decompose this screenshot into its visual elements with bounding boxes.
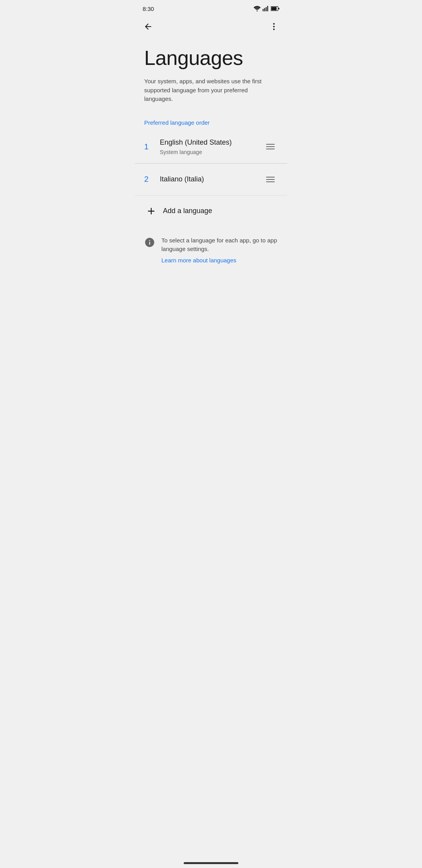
drag-line	[266, 144, 275, 145]
battery-icon	[271, 6, 279, 11]
language-item-2[interactable]: 2 Italiano (Italia)	[135, 164, 287, 195]
drag-line	[266, 181, 275, 182]
more-icon	[269, 22, 279, 31]
svg-rect-2	[264, 8, 265, 11]
add-language-button[interactable]: Add a language	[135, 195, 287, 227]
info-content: To select a language for each app, go to…	[161, 236, 278, 264]
back-icon	[143, 22, 153, 31]
language-list: 1 English (United States) System languag…	[135, 131, 287, 195]
status-time: 8:30	[143, 5, 154, 12]
info-icon	[144, 237, 155, 248]
add-language-label: Add a language	[158, 207, 212, 215]
language-name-2: Italiano (Italia)	[160, 175, 263, 183]
svg-point-8	[273, 23, 275, 25]
drag-line	[266, 146, 275, 147]
svg-rect-1	[263, 9, 263, 11]
page-header: Languages Your system, apps, and website…	[135, 38, 287, 110]
language-number-1: 1	[144, 142, 157, 151]
drag-line	[266, 149, 275, 149]
wifi-icon	[254, 6, 261, 11]
svg-point-0	[257, 11, 258, 12]
signal-icon	[263, 6, 269, 11]
language-number-2: 2	[144, 175, 157, 184]
svg-rect-4	[267, 6, 268, 11]
status-bar: 8:30	[135, 0, 287, 16]
svg-rect-6	[278, 8, 279, 9]
language-item-1[interactable]: 1 English (United States) System languag…	[135, 131, 287, 163]
svg-point-9	[273, 26, 275, 27]
more-options-button[interactable]	[265, 18, 283, 35]
info-text: To select a language for each app, go to…	[161, 237, 277, 253]
language-info-2: Italiano (Italia)	[157, 175, 263, 183]
drag-handle-1[interactable]	[263, 141, 278, 152]
section-label[interactable]: Preferred language order	[135, 110, 287, 131]
language-name-1: English (United States)	[160, 138, 263, 147]
status-icons	[254, 6, 279, 11]
language-subtitle-1: System language	[160, 149, 263, 155]
drag-line	[266, 179, 275, 180]
svg-rect-3	[266, 7, 266, 11]
drag-handle-2[interactable]	[263, 174, 278, 185]
info-section: To select a language for each app, go to…	[135, 227, 287, 271]
svg-rect-7	[271, 7, 277, 10]
drag-line	[266, 177, 275, 178]
top-bar	[135, 16, 287, 38]
page-title: Languages	[144, 47, 278, 69]
page-description: Your system, apps, and websites use the …	[144, 77, 278, 104]
language-info-1: English (United States) System language	[157, 138, 263, 155]
back-button[interactable]	[139, 18, 157, 35]
learn-more-link[interactable]: Learn more about languages	[161, 257, 278, 264]
svg-point-10	[273, 29, 275, 30]
add-icon	[144, 204, 158, 218]
